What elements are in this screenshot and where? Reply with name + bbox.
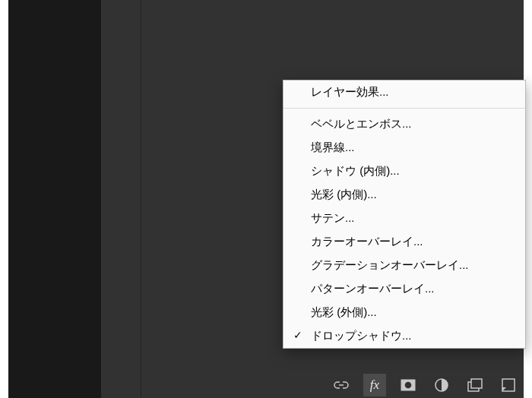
menu-item-label: シャドウ (内側)... [311, 164, 400, 177]
menu-item-stroke[interactable]: 境界線... [283, 136, 525, 160]
adjustment-layer-button[interactable] [430, 374, 453, 396]
menu-item-inner-glow[interactable]: 光彩 (内側)... [283, 183, 525, 207]
menu-item-label: ドロップシャドウ... [311, 329, 412, 342]
app-stage: レイヤー効果... ベベルとエンボス... 境界線... シャドウ (内側)..… [8, 0, 524, 398]
adjustment-icon [435, 378, 448, 392]
menu-item-layer-effects[interactable]: レイヤー効果... [283, 81, 525, 104]
menu-item-label: グラデーションオーバーレイ... [311, 258, 469, 271]
menu-item-label: 光彩 (外側)... [311, 305, 377, 318]
group-button[interactable] [464, 374, 486, 396]
menu-item-label: カラーオーバーレイ... [311, 235, 423, 248]
layers-bottom-toolbar: fx [330, 374, 532, 396]
menu-item-label: レイヤー効果... [311, 85, 389, 98]
panel-divider [141, 0, 141, 398]
menu-item-pattern-overlay[interactable]: パターンオーバーレイ... [283, 277, 525, 301]
menu-item-label: パターンオーバーレイ... [311, 282, 435, 295]
menu-item-satin[interactable]: サテン... [283, 207, 525, 230]
fx-button[interactable]: fx [363, 374, 386, 396]
menu-item-inner-shadow[interactable]: シャドウ (内側)... [283, 160, 525, 183]
menu-item-label: 光彩 (内側)... [311, 188, 377, 201]
mask-icon [401, 379, 416, 391]
menu-item-label: ベベルとエンボス... [311, 117, 412, 130]
layer-style-menu: レイヤー効果... ベベルとエンボス... 境界線... シャドウ (内側)..… [283, 80, 526, 349]
fx-icon: fx [370, 377, 379, 393]
menu-separator [283, 108, 525, 109]
link-icon [333, 380, 350, 390]
svg-rect-3 [471, 379, 482, 388]
menu-item-color-overlay[interactable]: カラーオーバーレイ... [283, 230, 525, 254]
menu-item-bevel-emboss[interactable]: ベベルとエンボス... [283, 112, 525, 136]
check-icon: ✓ [293, 329, 302, 341]
menu-item-drop-shadow[interactable]: ✓ ドロップシャドウ... [283, 324, 525, 348]
new-layer-button[interactable] [497, 374, 520, 396]
canvas-area [8, 0, 101, 398]
link-layers-button[interactable] [330, 374, 353, 396]
svg-point-1 [405, 382, 412, 389]
menu-item-label: サテン... [311, 211, 355, 224]
menu-item-gradient-overlay[interactable]: グラデーションオーバーレイ... [283, 254, 525, 277]
new-layer-icon [502, 378, 515, 392]
mask-button[interactable] [397, 374, 420, 396]
menu-item-label: 境界線... [311, 141, 355, 153]
menu-item-outer-glow[interactable]: 光彩 (外側)... [283, 301, 525, 324]
group-icon [467, 378, 483, 392]
